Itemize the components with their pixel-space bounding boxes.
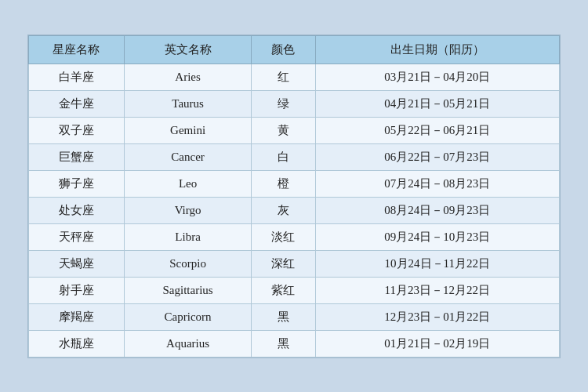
cell-date: 12月23日－01月22日 [315, 303, 559, 330]
cell-date: 08月24日－09月23日 [315, 197, 559, 223]
cell-en: Virgo [124, 197, 251, 223]
cell-date: 03月21日－04月20日 [315, 64, 559, 90]
table-row: 双子座Gemini黄05月22日－06月21日 [29, 117, 560, 143]
cell-color: 绿 [252, 90, 315, 117]
cell-en: Libra [124, 223, 251, 250]
header-date: 出生日期（阳历） [315, 35, 559, 64]
table-row: 巨蟹座Cancer白06月22日－07月23日 [29, 143, 560, 170]
cell-en: Gemini [124, 117, 251, 143]
cell-cn: 巨蟹座 [29, 143, 125, 170]
cell-en: Leo [124, 170, 251, 197]
cell-cn: 金牛座 [29, 90, 125, 117]
cell-en: Scorpio [124, 250, 251, 277]
table-row: 射手座Sagittarius紫红11月23日－12月22日 [29, 277, 560, 303]
table-row: 金牛座Taurus绿04月21日－05月21日 [29, 90, 560, 117]
header-en: 英文名称 [124, 35, 251, 64]
cell-color: 红 [252, 64, 315, 90]
zodiac-table-container: 星座名称 英文名称 颜色 出生日期（阳历） 白羊座Aries红03月21日－04… [27, 34, 561, 358]
table-row: 白羊座Aries红03月21日－04月20日 [29, 64, 560, 90]
cell-cn: 摩羯座 [29, 303, 125, 330]
cell-color: 深红 [252, 250, 315, 277]
table-row: 处女座Virgo灰08月24日－09月23日 [29, 197, 560, 223]
zodiac-table: 星座名称 英文名称 颜色 出生日期（阳历） 白羊座Aries红03月21日－04… [28, 35, 560, 358]
cell-cn: 双子座 [29, 117, 125, 143]
cell-cn: 水瓶座 [29, 330, 125, 357]
cell-color: 黑 [252, 303, 315, 330]
cell-date: 04月21日－05月21日 [315, 90, 559, 117]
cell-cn: 狮子座 [29, 170, 125, 197]
cell-cn: 处女座 [29, 197, 125, 223]
table-header-row: 星座名称 英文名称 颜色 出生日期（阳历） [29, 35, 560, 64]
table-row: 水瓶座Aquarius黑01月21日－02月19日 [29, 330, 560, 357]
cell-en: Cancer [124, 143, 251, 170]
cell-color: 橙 [252, 170, 315, 197]
cell-color: 黑 [252, 330, 315, 357]
cell-date: 11月23日－12月22日 [315, 277, 559, 303]
cell-date: 01月21日－02月19日 [315, 330, 559, 357]
cell-cn: 天蝎座 [29, 250, 125, 277]
cell-cn: 射手座 [29, 277, 125, 303]
table-row: 狮子座Leo橙07月24日－08月23日 [29, 170, 560, 197]
cell-date: 09月24日－10月23日 [315, 223, 559, 250]
cell-date: 05月22日－06月21日 [315, 117, 559, 143]
cell-color: 灰 [252, 197, 315, 223]
cell-en: Aries [124, 64, 251, 90]
table-row: 天蝎座Scorpio深红10月24日－11月22日 [29, 250, 560, 277]
cell-date: 06月22日－07月23日 [315, 143, 559, 170]
cell-en: Sagittarius [124, 277, 251, 303]
cell-color: 紫红 [252, 277, 315, 303]
cell-date: 07月24日－08月23日 [315, 170, 559, 197]
cell-en: Aquarius [124, 330, 251, 357]
header-color: 颜色 [252, 35, 315, 64]
header-cn: 星座名称 [29, 35, 125, 64]
cell-en: Taurus [124, 90, 251, 117]
cell-color: 黄 [252, 117, 315, 143]
cell-color: 淡红 [252, 223, 315, 250]
table-row: 摩羯座Capricorn黑12月23日－01月22日 [29, 303, 560, 330]
table-row: 天秤座Libra淡红09月24日－10月23日 [29, 223, 560, 250]
cell-color: 白 [252, 143, 315, 170]
cell-cn: 白羊座 [29, 64, 125, 90]
cell-en: Capricorn [124, 303, 251, 330]
cell-cn: 天秤座 [29, 223, 125, 250]
cell-date: 10月24日－11月22日 [315, 250, 559, 277]
